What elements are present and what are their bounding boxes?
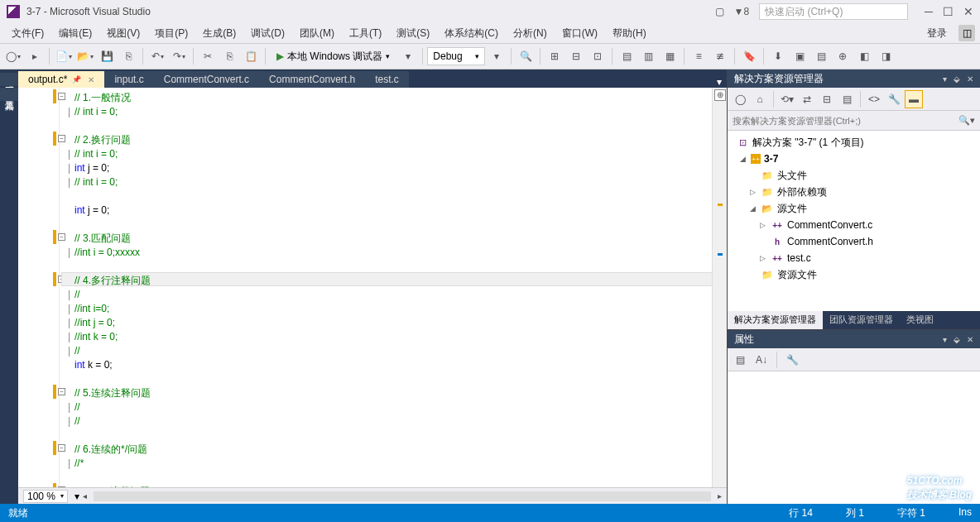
close-tab-icon[interactable]: ✕ [88, 75, 94, 84]
scroll-right-button[interactable]: ▸ [718, 491, 722, 500]
expand-icon[interactable]: ◢ [747, 204, 757, 213]
se-back-button[interactable]: ◯ [731, 90, 749, 108]
header-file[interactable]: h CommentConvert.h [728, 233, 980, 250]
tb-btn-3[interactable]: ⊡ [588, 46, 608, 66]
panel-menu-button[interactable]: ▾ [943, 74, 947, 84]
source-file[interactable]: ▷ ++ test.c [728, 250, 980, 266]
code-line[interactable]: |int j = 0; [74, 161, 109, 175]
panel-close-button[interactable]: ✕ [967, 335, 973, 344]
open-file-button[interactable]: 📂 [75, 46, 95, 66]
code-line[interactable]: |// int i = 0; [74, 147, 118, 161]
tb-btn-12[interactable]: ◨ [876, 46, 896, 66]
alpha-sort-button[interactable]: A↓ [752, 351, 771, 369]
tb-btn-2[interactable]: ⊟ [566, 46, 586, 66]
scroll-left-button[interactable]: ◂ [83, 491, 87, 500]
tb-btn-1[interactable]: ⊞ [545, 46, 564, 66]
panel-pin-button[interactable]: ⬙ [954, 74, 960, 84]
menu-help[interactable]: 帮助(H) [606, 25, 653, 42]
expand-icon[interactable]: ▷ [757, 221, 767, 229]
menu-team[interactable]: 团队(M) [293, 25, 341, 42]
document-tab[interactable]: input.c [104, 71, 153, 88]
se-showall-button[interactable]: ▤ [838, 90, 856, 108]
copy-button[interactable]: ⎘ [219, 46, 239, 66]
save-button[interactable]: 💾 [97, 46, 117, 66]
undo-button[interactable]: ↶ [147, 46, 167, 66]
se-refresh-button[interactable]: ⇄ [798, 90, 816, 108]
external-deps-folder[interactable]: ▷ 📁 外部依赖项 [728, 184, 980, 200]
tb-btn-9[interactable]: ▤ [811, 46, 831, 66]
panel-pin-button[interactable]: ⬙ [954, 335, 960, 344]
source-folder[interactable]: ◢ 📂 源文件 [728, 200, 980, 217]
code-line[interactable]: // 5.连续注释问题 [74, 386, 151, 400]
comment-button[interactable]: ≡ [689, 46, 709, 66]
menu-file[interactable]: 文件(F) [5, 25, 50, 42]
find-button[interactable]: 🔍 [516, 46, 536, 66]
categorize-button[interactable]: ▤ [731, 351, 749, 369]
tb-btn-8[interactable]: ▣ [790, 46, 809, 66]
props-wrench-button[interactable]: 🔧 [783, 351, 801, 369]
se-properties-button[interactable]: 🔧 [885, 90, 903, 108]
cut-button[interactable]: ✂ [198, 46, 218, 66]
menu-build[interactable]: 生成(B) [196, 25, 243, 42]
menu-test[interactable]: 测试(S) [390, 25, 436, 42]
code-line[interactable]: // 7.C++注释问题 [74, 485, 150, 487]
start-debug-button[interactable]: ▶ 本地 Windows 调试器 ▾ [270, 46, 396, 66]
search-icon[interactable]: 🔍▾ [958, 115, 975, 126]
se-sync-button[interactable]: ⟲▾ [778, 90, 796, 108]
tb-btn-4[interactable]: ▤ [617, 46, 637, 66]
code-editor[interactable]: −−−−−−− // 1.一般情况|// int i = 0;// 2.换行问题… [18, 88, 727, 487]
tabs-overflow-button[interactable]: ▾ [712, 76, 727, 88]
menu-analyze[interactable]: 分析(N) [507, 25, 554, 42]
se-search-input[interactable] [733, 116, 958, 126]
minimize-button[interactable]: ─ [925, 5, 933, 18]
avatar-icon[interactable]: ◫ [958, 25, 975, 41]
debug-dropdown[interactable]: ▾ [398, 46, 418, 66]
properties-grid[interactable] [728, 371, 980, 504]
notifications-icon[interactable]: ▼8 [734, 6, 750, 17]
code-line[interactable]: |// [74, 344, 80, 358]
toolbox-tab[interactable]: 工具箱 [0, 88, 18, 101]
document-tab[interactable]: test.c [365, 71, 409, 88]
code-line[interactable]: |// [74, 414, 80, 429]
tb-btn-6[interactable]: ▦ [660, 46, 680, 66]
menu-view[interactable]: 视图(V) [100, 25, 147, 42]
se-home-button[interactable]: ⌂ [751, 90, 769, 108]
code-line[interactable]: int j = 0; [74, 204, 109, 218]
headers-folder[interactable]: 📁 头文件 [728, 167, 980, 184]
menu-tools[interactable]: 工具(T) [343, 25, 388, 42]
document-tab[interactable]: CommentConvert.h [259, 71, 365, 88]
paste-button[interactable]: 📋 [241, 46, 261, 66]
maximize-button[interactable]: ☐ [943, 5, 954, 18]
se-collapse-button[interactable]: ⊟ [818, 90, 836, 108]
code-line[interactable]: |// int i = 0; [74, 105, 118, 119]
panel-close-button[interactable]: ✕ [967, 74, 973, 84]
code-line[interactable]: // 6.连续的*/问题 [74, 443, 147, 457]
menu-debug[interactable]: 调试(D) [244, 25, 291, 42]
nav-back-button[interactable]: ◯ [3, 46, 23, 66]
code-line[interactable]: |// int i = 0; [74, 175, 118, 189]
tab-solution-explorer[interactable]: 解决方案资源管理器 [728, 311, 823, 329]
code-line[interactable]: |// [74, 400, 80, 414]
tab-team-explorer[interactable]: 团队资源管理器 [823, 311, 900, 329]
sign-in-link[interactable]: 登录 [920, 25, 954, 42]
code-line[interactable]: |//int i = 0;xxxxx [74, 246, 140, 260]
solution-node[interactable]: ⊡ 解决方案 "3-7" (1 个项目) [728, 134, 980, 151]
server-explorer-tab[interactable]: 服务器资源管理器 [0, 73, 18, 86]
menu-project[interactable]: 项目(P) [148, 25, 195, 42]
code-line[interactable]: |//int k = 0; [74, 330, 118, 344]
split-button[interactable]: ⊕ [714, 89, 726, 101]
tb-btn-7[interactable]: ⬇ [768, 46, 788, 66]
nav-fwd-button[interactable]: ▸ [25, 46, 45, 66]
config-dropdown[interactable]: Debug [427, 47, 485, 65]
document-tab[interactable]: CommentConvert.c [154, 71, 259, 88]
menu-edit[interactable]: 编辑(E) [52, 25, 98, 42]
zoom-dropdown[interactable]: 100 % [23, 490, 68, 503]
code-line[interactable]: int k = 0; [74, 358, 113, 372]
se-preview-button[interactable]: ▬ [905, 90, 923, 108]
horizontal-scrollbar[interactable] [94, 491, 711, 501]
close-button[interactable]: ✕ [963, 5, 973, 18]
quick-launch-input[interactable]: 快速启动 (Ctrl+Q) [759, 3, 908, 20]
menu-arch[interactable]: 体系结构(C) [438, 25, 505, 42]
new-project-button[interactable]: 📄 [54, 46, 74, 66]
menu-window[interactable]: 窗口(W) [555, 25, 604, 42]
